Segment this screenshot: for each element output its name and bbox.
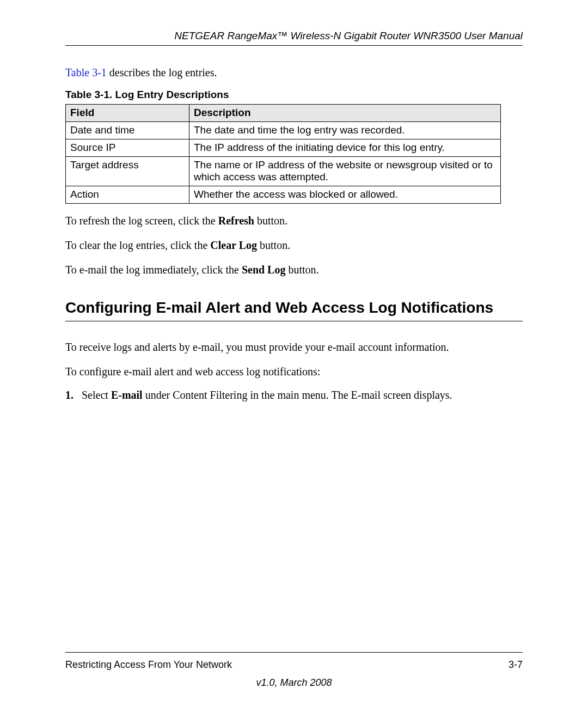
cell-field: Action (66, 186, 189, 204)
section-para1: To receive logs and alerts by e-mail, yo… (65, 340, 523, 355)
footer-left: Restricting Access From Your Network (65, 659, 232, 671)
step-text: Select E-mail under Content Filtering in… (82, 389, 452, 401)
cell-desc: The name or IP address of the website or… (189, 157, 501, 186)
running-header: NETGEAR RangeMax™ Wireless-N Gigabit Rou… (65, 30, 523, 46)
footer-version: v1.0, March 2008 (0, 677, 588, 689)
cell-field: Target address (66, 157, 189, 186)
table-row: Action Whether the access was blocked or… (66, 186, 501, 204)
log-entry-table: Field Description Date and time The date… (65, 104, 501, 204)
cell-field: Date and time (66, 122, 189, 139)
table-row: Date and time The date and time the log … (66, 122, 501, 139)
cell-desc: The date and time the log entry was reco… (189, 122, 501, 139)
intro-rest: describes the log entries. (107, 66, 217, 78)
cell-field: Source IP (66, 139, 189, 157)
table-row: Target address The name or IP address of… (66, 157, 501, 186)
para-refresh: To refresh the log screen, click the Ref… (65, 214, 523, 228)
footer-page-number: 3-7 (509, 659, 523, 671)
page: NETGEAR RangeMax™ Wireless-N Gigabit Rou… (0, 0, 588, 706)
cell-desc: The IP address of the initiating device … (189, 139, 501, 157)
bold-clear-log: Clear Log (210, 239, 257, 251)
bold-send-log: Send Log (242, 264, 286, 276)
th-description: Description (189, 105, 501, 122)
section-heading: Configuring E-mail Alert and Web Access … (65, 299, 523, 321)
step-number: 1. (65, 389, 82, 401)
table-row: Source IP The IP address of the initiati… (66, 139, 501, 157)
th-field: Field (66, 105, 189, 122)
bold-email: E-mail (111, 389, 143, 401)
page-footer: Restricting Access From Your Network 3-7 (65, 652, 523, 671)
bold-refresh: Refresh (218, 215, 254, 227)
table-header-row: Field Description (66, 105, 501, 122)
section-para2: To configure e-mail alert and web access… (65, 364, 523, 379)
cell-desc: Whether the access was blocked or allowe… (189, 186, 501, 204)
para-send: To e-mail the log immediately, click the… (65, 263, 523, 277)
intro-line: Table 3-1 describes the log entries. (65, 66, 523, 79)
table-reference-link[interactable]: Table 3-1 (65, 66, 107, 78)
table-caption: Table 3-1. Log Entry Descriptions (65, 89, 523, 101)
step-1: 1. Select E-mail under Content Filtering… (65, 389, 523, 401)
para-clear: To clear the log entries, click the Clea… (65, 238, 523, 253)
